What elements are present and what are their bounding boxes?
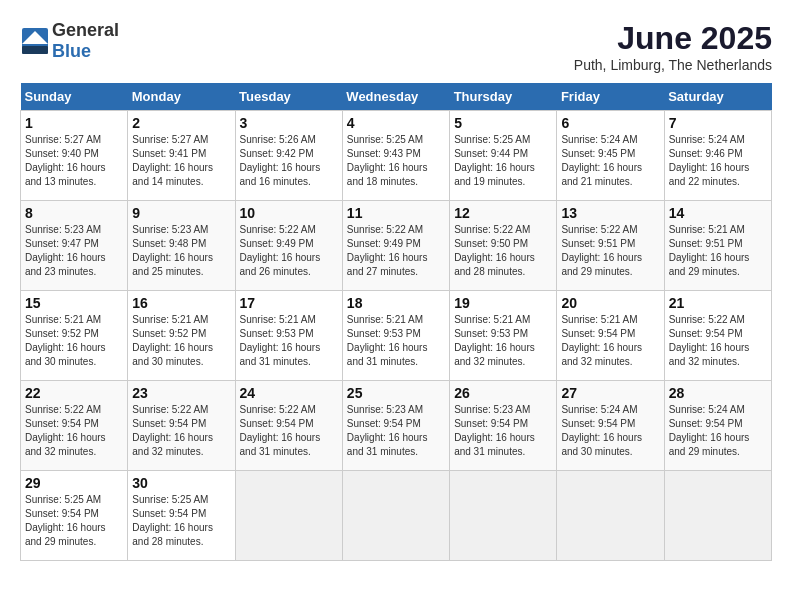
day-cell: 30 Sunrise: 5:25 AMSunset: 9:54 PMDaylig… (128, 471, 235, 561)
day-number: 15 (25, 295, 123, 311)
day-detail: Sunrise: 5:22 AMSunset: 9:54 PMDaylight:… (240, 404, 321, 457)
day-cell (450, 471, 557, 561)
day-detail: Sunrise: 5:22 AMSunset: 9:50 PMDaylight:… (454, 224, 535, 277)
day-cell: 6 Sunrise: 5:24 AMSunset: 9:45 PMDayligh… (557, 111, 664, 201)
day-number: 23 (132, 385, 230, 401)
day-number: 29 (25, 475, 123, 491)
day-number: 8 (25, 205, 123, 221)
day-number: 28 (669, 385, 767, 401)
day-number: 2 (132, 115, 230, 131)
day-detail: Sunrise: 5:22 AMSunset: 9:49 PMDaylight:… (347, 224, 428, 277)
day-detail: Sunrise: 5:24 AMSunset: 9:54 PMDaylight:… (561, 404, 642, 457)
svg-rect-2 (22, 46, 48, 54)
day-detail: Sunrise: 5:25 AMSunset: 9:54 PMDaylight:… (132, 494, 213, 547)
day-cell: 5 Sunrise: 5:25 AMSunset: 9:44 PMDayligh… (450, 111, 557, 201)
logo-text-general: General (52, 20, 119, 40)
calendar-title: June 2025 (574, 20, 772, 57)
day-cell: 29 Sunrise: 5:25 AMSunset: 9:54 PMDaylig… (21, 471, 128, 561)
day-cell: 23 Sunrise: 5:22 AMSunset: 9:54 PMDaylig… (128, 381, 235, 471)
day-cell: 14 Sunrise: 5:21 AMSunset: 9:51 PMDaylig… (664, 201, 771, 291)
day-cell (342, 471, 449, 561)
day-number: 26 (454, 385, 552, 401)
day-number: 30 (132, 475, 230, 491)
day-number: 17 (240, 295, 338, 311)
day-detail: Sunrise: 5:26 AMSunset: 9:42 PMDaylight:… (240, 134, 321, 187)
week-row-2: 8 Sunrise: 5:23 AMSunset: 9:47 PMDayligh… (21, 201, 772, 291)
day-cell: 15 Sunrise: 5:21 AMSunset: 9:52 PMDaylig… (21, 291, 128, 381)
day-detail: Sunrise: 5:22 AMSunset: 9:49 PMDaylight:… (240, 224, 321, 277)
header-cell-tuesday: Tuesday (235, 83, 342, 111)
day-number: 4 (347, 115, 445, 131)
day-number: 21 (669, 295, 767, 311)
day-cell: 24 Sunrise: 5:22 AMSunset: 9:54 PMDaylig… (235, 381, 342, 471)
week-row-5: 29 Sunrise: 5:25 AMSunset: 9:54 PMDaylig… (21, 471, 772, 561)
day-cell (235, 471, 342, 561)
day-detail: Sunrise: 5:22 AMSunset: 9:51 PMDaylight:… (561, 224, 642, 277)
day-detail: Sunrise: 5:27 AMSunset: 9:40 PMDaylight:… (25, 134, 106, 187)
day-number: 24 (240, 385, 338, 401)
day-detail: Sunrise: 5:22 AMSunset: 9:54 PMDaylight:… (132, 404, 213, 457)
day-cell: 20 Sunrise: 5:21 AMSunset: 9:54 PMDaylig… (557, 291, 664, 381)
day-cell: 2 Sunrise: 5:27 AMSunset: 9:41 PMDayligh… (128, 111, 235, 201)
day-cell: 26 Sunrise: 5:23 AMSunset: 9:54 PMDaylig… (450, 381, 557, 471)
day-number: 5 (454, 115, 552, 131)
day-number: 19 (454, 295, 552, 311)
day-number: 27 (561, 385, 659, 401)
day-detail: Sunrise: 5:24 AMSunset: 9:45 PMDaylight:… (561, 134, 642, 187)
day-detail: Sunrise: 5:25 AMSunset: 9:54 PMDaylight:… (25, 494, 106, 547)
header-cell-wednesday: Wednesday (342, 83, 449, 111)
day-number: 7 (669, 115, 767, 131)
day-detail: Sunrise: 5:21 AMSunset: 9:53 PMDaylight:… (347, 314, 428, 367)
day-detail: Sunrise: 5:23 AMSunset: 9:48 PMDaylight:… (132, 224, 213, 277)
calendar-table: SundayMondayTuesdayWednesdayThursdayFrid… (20, 83, 772, 561)
day-cell: 19 Sunrise: 5:21 AMSunset: 9:53 PMDaylig… (450, 291, 557, 381)
header-cell-monday: Monday (128, 83, 235, 111)
logo: General Blue (20, 20, 119, 62)
day-cell: 9 Sunrise: 5:23 AMSunset: 9:48 PMDayligh… (128, 201, 235, 291)
day-cell: 16 Sunrise: 5:21 AMSunset: 9:52 PMDaylig… (128, 291, 235, 381)
day-number: 3 (240, 115, 338, 131)
header-cell-saturday: Saturday (664, 83, 771, 111)
day-detail: Sunrise: 5:21 AMSunset: 9:52 PMDaylight:… (25, 314, 106, 367)
header-cell-friday: Friday (557, 83, 664, 111)
day-cell: 22 Sunrise: 5:22 AMSunset: 9:54 PMDaylig… (21, 381, 128, 471)
day-number: 16 (132, 295, 230, 311)
day-number: 6 (561, 115, 659, 131)
day-number: 11 (347, 205, 445, 221)
day-cell: 27 Sunrise: 5:24 AMSunset: 9:54 PMDaylig… (557, 381, 664, 471)
title-area: June 2025 Puth, Limburg, The Netherlands (574, 20, 772, 73)
day-cell: 25 Sunrise: 5:23 AMSunset: 9:54 PMDaylig… (342, 381, 449, 471)
day-number: 9 (132, 205, 230, 221)
day-detail: Sunrise: 5:21 AMSunset: 9:53 PMDaylight:… (240, 314, 321, 367)
day-detail: Sunrise: 5:24 AMSunset: 9:54 PMDaylight:… (669, 404, 750, 457)
day-number: 14 (669, 205, 767, 221)
day-detail: Sunrise: 5:25 AMSunset: 9:44 PMDaylight:… (454, 134, 535, 187)
day-cell: 21 Sunrise: 5:22 AMSunset: 9:54 PMDaylig… (664, 291, 771, 381)
day-detail: Sunrise: 5:23 AMSunset: 9:54 PMDaylight:… (347, 404, 428, 457)
day-detail: Sunrise: 5:21 AMSunset: 9:51 PMDaylight:… (669, 224, 750, 277)
day-cell (664, 471, 771, 561)
week-row-4: 22 Sunrise: 5:22 AMSunset: 9:54 PMDaylig… (21, 381, 772, 471)
day-cell: 11 Sunrise: 5:22 AMSunset: 9:49 PMDaylig… (342, 201, 449, 291)
logo-text-blue: Blue (52, 41, 91, 61)
header-cell-thursday: Thursday (450, 83, 557, 111)
day-cell: 8 Sunrise: 5:23 AMSunset: 9:47 PMDayligh… (21, 201, 128, 291)
day-detail: Sunrise: 5:24 AMSunset: 9:46 PMDaylight:… (669, 134, 750, 187)
day-detail: Sunrise: 5:21 AMSunset: 9:52 PMDaylight:… (132, 314, 213, 367)
day-cell: 18 Sunrise: 5:21 AMSunset: 9:53 PMDaylig… (342, 291, 449, 381)
day-detail: Sunrise: 5:22 AMSunset: 9:54 PMDaylight:… (25, 404, 106, 457)
header: General Blue June 2025 Puth, Limburg, Th… (20, 20, 772, 73)
day-detail: Sunrise: 5:27 AMSunset: 9:41 PMDaylight:… (132, 134, 213, 187)
day-cell: 12 Sunrise: 5:22 AMSunset: 9:50 PMDaylig… (450, 201, 557, 291)
day-cell (557, 471, 664, 561)
day-detail: Sunrise: 5:21 AMSunset: 9:54 PMDaylight:… (561, 314, 642, 367)
day-cell: 10 Sunrise: 5:22 AMSunset: 9:49 PMDaylig… (235, 201, 342, 291)
week-row-1: 1 Sunrise: 5:27 AMSunset: 9:40 PMDayligh… (21, 111, 772, 201)
logo-icon (20, 26, 50, 56)
day-cell: 7 Sunrise: 5:24 AMSunset: 9:46 PMDayligh… (664, 111, 771, 201)
day-cell: 4 Sunrise: 5:25 AMSunset: 9:43 PMDayligh… (342, 111, 449, 201)
day-number: 20 (561, 295, 659, 311)
day-cell: 28 Sunrise: 5:24 AMSunset: 9:54 PMDaylig… (664, 381, 771, 471)
day-detail: Sunrise: 5:23 AMSunset: 9:54 PMDaylight:… (454, 404, 535, 457)
day-number: 10 (240, 205, 338, 221)
